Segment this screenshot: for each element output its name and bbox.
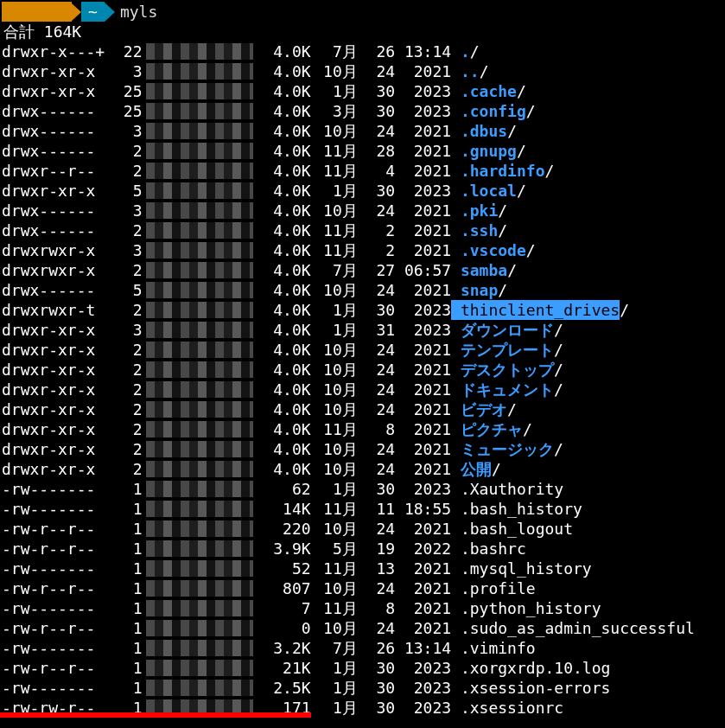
col-links: 2 [114,419,143,439]
col-size: 4.0K [255,419,311,439]
col-size: 2.5K [255,678,311,698]
col-time: 13:14 [395,638,451,658]
col-links: 25 [114,101,143,121]
col-month: 11月 [311,141,358,161]
col-size: 4.0K [255,181,311,201]
owner-group-redacted [143,220,255,240]
col-day: 28 [358,141,395,161]
col-day: 24 [358,618,395,638]
col-links: 2 [114,399,143,419]
col-perm: drwxr-xr-x [2,360,114,380]
file-name: .xorgxrdp.10.log [451,658,610,678]
col-size: 4.0K [255,240,311,260]
file-name: .sudo_as_admin_successful [451,618,695,638]
file-name: .hardinfo [451,161,544,181]
col-size: 4.0K [255,220,311,240]
col-month: 10月 [311,340,358,360]
col-time: 2021 [395,201,451,220]
list-row: drwx------54.0K10月242021snap/ [2,280,725,300]
col-perm: drwxr--r-- [2,161,114,181]
col-day: 27 [358,260,395,280]
list-row: drwxrwxr-x34.0K11月22021.vscode/ [2,240,725,260]
col-month: 10月 [311,618,358,638]
col-time: 2023 [395,320,451,340]
dir-slash: / [498,220,507,240]
list-row: -rw-------15211月132021.mysql_history [2,559,725,578]
col-links: 2 [114,220,143,240]
red-underline-bar [0,712,311,718]
owner-group-redacted [143,638,255,658]
col-time: 2023 [395,698,451,718]
dir-slash: / [544,161,554,181]
dir-slash: / [507,121,517,141]
list-row: -rw-r--r--1010月242021.sudo_as_admin_succ… [2,618,725,638]
terminal[interactable]: ~ myls 合計 164K drwxr-x---+224.0K7月2613:1… [0,0,725,718]
col-month: 1月 [311,698,358,718]
col-perm: drwxr-xr-x [2,320,114,340]
col-time: 2021 [395,578,451,598]
file-name: .vscode [451,240,526,260]
col-day: 30 [358,181,395,201]
owner-group-redacted [143,399,255,419]
col-month: 10月 [311,360,358,380]
col-month: 7月 [311,42,358,61]
prompt-path-segment: ~ [81,2,105,22]
col-links: 1 [114,598,143,618]
file-name: テンプレート [451,340,554,360]
total-value: 164K [44,22,81,41]
file-name: . [451,42,470,61]
owner-group-redacted [143,360,255,380]
file-name: .bash_history [451,499,582,519]
col-perm: drwx------ [2,280,114,300]
col-time: 2021 [395,559,451,578]
col-links: 1 [114,519,143,539]
col-day: 30 [358,101,395,121]
col-time: 2021 [395,340,451,360]
owner-group-redacted [143,121,255,141]
col-day: 19 [358,539,395,559]
file-name: デスクトップ [451,360,554,380]
col-month: 10月 [311,121,358,141]
col-time: 2021 [395,380,451,399]
dir-slash: / [517,141,526,161]
col-time: 18:55 [395,499,451,519]
col-day: 2 [358,240,395,260]
col-perm: drwxr-xr-x [2,380,114,399]
col-time: 2023 [395,300,451,320]
col-size: 4.0K [255,201,311,220]
col-time: 2021 [395,439,451,459]
file-name: samba [451,260,507,280]
col-perm: -rw------- [2,678,114,698]
owner-group-redacted [143,181,255,201]
col-links: 2 [114,161,143,181]
col-perm: -rw-r--r-- [2,519,114,539]
col-perm: drwxr-xr-x [2,419,114,439]
file-name: .python_history [451,598,601,618]
col-day: 24 [358,380,395,399]
col-size: 4.0K [255,81,311,101]
col-size: 4.0K [255,42,311,61]
col-size: 7 [255,598,311,618]
owner-group-redacted [143,201,255,220]
col-day: 13 [358,559,395,578]
file-name: .config [451,101,526,121]
col-time: 2021 [395,61,451,81]
col-perm: drwxr-xr-x [2,340,114,360]
list-row: drwxr-xr-x34.0K10月242021../ [2,61,725,81]
col-time: 2023 [395,678,451,698]
total-line: 合計 164K [2,22,725,42]
list-row: -rw-------1621月302023.Xauthority [2,479,725,499]
dir-slash: / [507,260,517,280]
list-row: drwx------34.0K10月242021.pki/ [2,201,725,220]
col-size: 4.0K [255,61,311,81]
list-row: drwxr-xr-x24.0K10月242021デスクトップ/ [2,360,725,380]
col-links: 1 [114,618,143,638]
col-links: 2 [114,439,143,459]
owner-group-redacted [143,42,255,61]
col-perm: drwxr-xr-x [2,439,114,459]
owner-group-redacted [143,240,255,260]
col-links: 2 [114,141,143,161]
col-time: 2023 [395,181,451,201]
col-perm: drwxrwxr-x [2,240,114,260]
owner-group-redacted [143,578,255,598]
